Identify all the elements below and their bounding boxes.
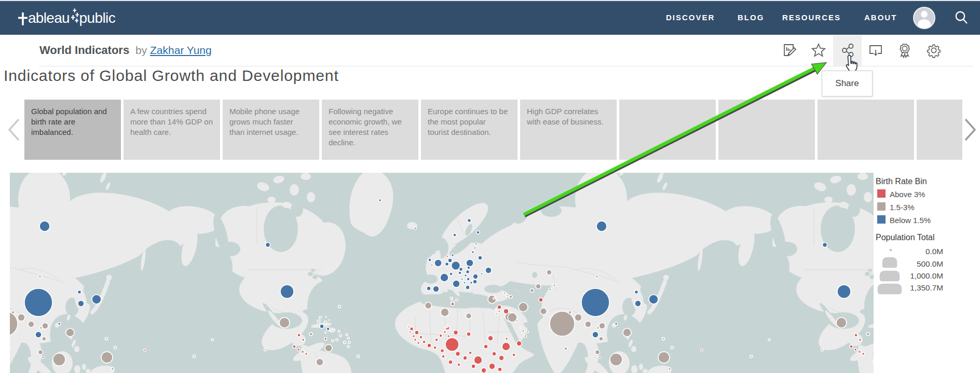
- svg-text:public: public: [79, 10, 116, 26]
- svg-text:ableau: ableau: [28, 10, 70, 26]
